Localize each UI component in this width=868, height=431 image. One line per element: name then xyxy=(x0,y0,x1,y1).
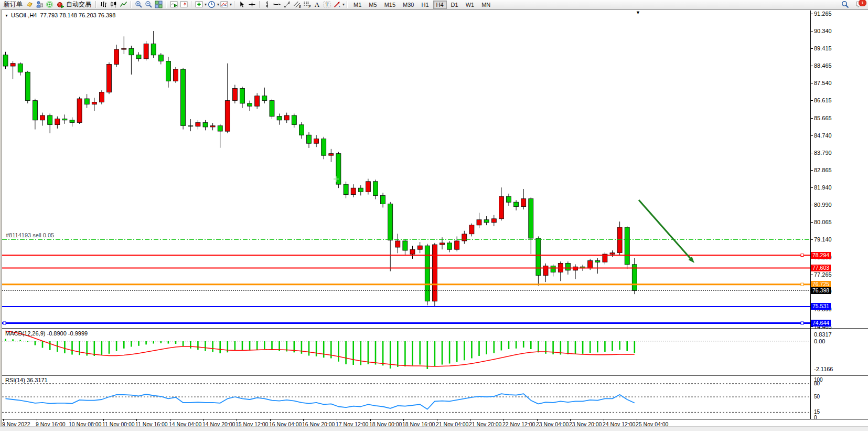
macd-indicator-plot[interactable] xyxy=(2,329,810,375)
resistance-line-1-badge: 78.294 xyxy=(811,252,831,259)
price-tick-label: 80.065 xyxy=(814,219,832,225)
resistance-line-2-badge: 77.603 xyxy=(811,265,831,271)
zoom-in-icon[interactable] xyxy=(134,1,144,9)
templates-dropdown-caret[interactable]: ▾ xyxy=(230,2,232,7)
toolbar-right: 1 xyxy=(840,1,868,9)
indicators-icon[interactable] xyxy=(194,1,204,9)
bid-price-line-badge: 76.398 xyxy=(811,287,831,294)
new-order-button-label: 新订单 xyxy=(4,0,23,9)
rsi-indicator-plot[interactable] xyxy=(2,376,810,419)
price-tick xyxy=(811,31,813,31)
chart-dropdown-icon[interactable]: ▼ xyxy=(5,14,8,17)
line-chart-icon[interactable] xyxy=(119,1,128,9)
timeframe-w1[interactable]: W1 xyxy=(463,1,478,9)
timeframe-h4[interactable]: H4 xyxy=(433,1,447,9)
price-tick xyxy=(811,327,813,327)
chart-shift-icon[interactable] xyxy=(179,1,189,9)
price-tick xyxy=(811,100,813,101)
chart-shift-marker-icon[interactable]: ▼ xyxy=(636,10,640,15)
candlestick-chart-icon[interactable] xyxy=(109,1,119,9)
auto-scroll-icon[interactable] xyxy=(169,1,179,9)
rsi-label: RSI(14) 36.3171 xyxy=(5,377,48,383)
price-tick xyxy=(811,135,813,136)
price-tick xyxy=(811,66,813,66)
price-tick-label: 86.615 xyxy=(814,97,832,103)
trendline-icon[interactable] xyxy=(282,1,292,9)
price-tick xyxy=(811,275,813,275)
autotrading-button[interactable]: 自动交易 xyxy=(55,0,93,9)
price-tick xyxy=(811,239,813,240)
macd-label: MACD(12,26,9) -0.8900 -0.9999 xyxy=(5,330,88,337)
toolbar-separator xyxy=(131,1,132,8)
price-tick-label: 89.415 xyxy=(814,45,832,51)
toolbar-separator xyxy=(259,1,260,8)
fibonacci-icon[interactable]: F xyxy=(302,1,312,9)
tile-windows-icon[interactable] xyxy=(154,1,164,9)
price-tick-label: 84.740 xyxy=(814,132,832,139)
timeframe-m1[interactable]: M1 xyxy=(350,1,365,9)
mt4-terminal: 新订单自动交易▾▾▾EFAT▾ M1M5M15M30H1H4D1W1MN 1 ▼… xyxy=(0,0,868,431)
price-tick-label: 85.665 xyxy=(814,115,832,121)
chart-window-top-border xyxy=(0,9,868,10)
toolbar-separator xyxy=(166,1,167,8)
gold-ingot-icon[interactable] xyxy=(25,1,35,9)
toolbar-separator xyxy=(191,1,192,8)
rsi-axis-label: 80 xyxy=(814,381,820,386)
timeframe-h1[interactable]: H1 xyxy=(418,1,432,9)
price-tick-label: 79.140 xyxy=(814,236,832,243)
toolbar-separator xyxy=(95,1,97,8)
rsi-axis-label: 0 xyxy=(814,415,817,421)
price-tick xyxy=(811,118,813,119)
toolbar-separator xyxy=(234,1,235,8)
price-axis-border xyxy=(810,10,811,419)
text-icon[interactable]: A xyxy=(312,1,322,9)
macd-axis-label: 0.8317 xyxy=(814,331,832,338)
price-tick xyxy=(811,170,813,171)
price-tick-label: 83.790 xyxy=(814,150,832,156)
periods-icon[interactable] xyxy=(207,1,217,9)
price-tick-label: 80.990 xyxy=(814,202,832,208)
text-label-icon[interactable]: T xyxy=(322,1,332,9)
zoom-out-icon[interactable] xyxy=(144,1,154,9)
vertical-line-icon[interactable] xyxy=(262,1,272,9)
metaeditor-icon[interactable] xyxy=(35,1,45,9)
notifications-button[interactable]: 1 xyxy=(854,1,865,9)
chart-title: ▼USOil-,H4 77.793 78.148 76.203 76.398 xyxy=(5,12,115,18)
status-bar xyxy=(0,426,868,431)
timeframe-m5[interactable]: M5 xyxy=(366,1,380,9)
price-tick-label: 82.865 xyxy=(814,167,832,173)
horizontal-line-icon[interactable] xyxy=(272,1,282,9)
search-icon[interactable] xyxy=(840,1,850,9)
price-tick xyxy=(811,153,813,153)
price-tick xyxy=(811,205,813,205)
templates-icon[interactable] xyxy=(219,1,229,9)
price-tick-label: 77.265 xyxy=(814,271,832,278)
open-order-label: #8114193 sell 0.05 xyxy=(6,232,54,238)
timeframe-mn[interactable]: MN xyxy=(478,1,494,9)
bar-chart-icon[interactable] xyxy=(99,1,109,9)
timeframe-m15[interactable]: M15 xyxy=(381,1,399,9)
svg-text:A: A xyxy=(315,1,320,8)
svg-text:E: E xyxy=(299,5,301,8)
support-line-2-badge: 74.644 xyxy=(811,320,831,327)
rsi-axis-label: 15 xyxy=(814,409,820,415)
arrows-icon[interactable] xyxy=(332,1,342,9)
arrows-dropdown-caret[interactable]: ▾ xyxy=(342,2,345,7)
autotrading-button-label: 自动交易 xyxy=(66,0,91,9)
notification-badge: 1 xyxy=(859,0,866,6)
timeframe-m30[interactable]: M30 xyxy=(400,1,417,9)
signals-icon[interactable] xyxy=(45,1,55,9)
toolbar-items: 新订单自动交易▾▾▾EFAT▾ xyxy=(2,0,350,9)
price-tick-label: 81.940 xyxy=(814,184,832,191)
new-order-button[interactable]: 新订单 xyxy=(2,0,25,9)
time-axis-border xyxy=(2,419,868,419)
main-chart-plot[interactable] xyxy=(2,10,810,328)
pane-separator-rsi[interactable] xyxy=(2,375,868,376)
timeframe-d1[interactable]: D1 xyxy=(448,1,462,9)
cursor-icon[interactable] xyxy=(237,1,247,9)
crosshair-icon[interactable] xyxy=(247,1,257,9)
pane-separator-macd[interactable] xyxy=(2,328,868,329)
rsi-axis-label: 50 xyxy=(814,394,820,400)
channel-icon[interactable]: E xyxy=(292,1,302,9)
price-tick-label: 87.540 xyxy=(814,80,832,86)
